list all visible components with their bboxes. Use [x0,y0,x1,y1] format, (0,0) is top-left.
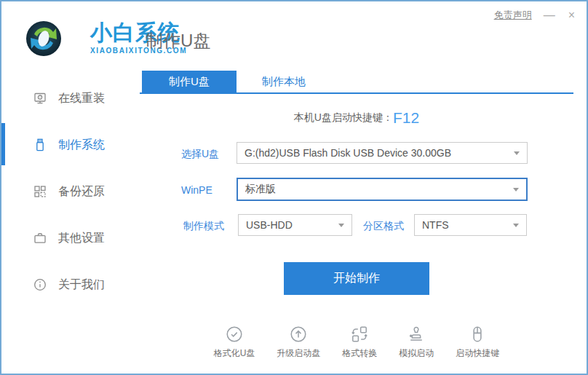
stamp-icon [407,325,426,344]
usb-select-label: 选择U盘 [181,148,219,161]
page-title: 制作U盘 [146,29,210,52]
tab-make-usb[interactable]: 制作U盘 [142,71,237,92]
boot-hotkey-label: 本机U盘启动快捷键： [294,111,393,123]
info-icon [33,278,47,291]
sidebar-item-label: 在线重装 [58,91,105,106]
usb-select[interactable]: G:(hd2)USB Flash Disk USB Device 30.00GB [237,142,528,164]
bottom-toolbar: 格式化U盘 升级启动盘 格式转换 [140,325,573,360]
sidebar-item-about-us[interactable]: 关于我们 [33,276,105,293]
sidebar-item-label: 关于我们 [58,277,105,293]
tool-label: 升级启动盘 [277,347,320,360]
chevron-down-icon [513,188,519,192]
briefcase-icon [33,232,47,245]
arrow-up-circle-icon [289,325,308,344]
tab-make-local[interactable]: 制作本地 [237,71,331,92]
window-controls: 免责声明 — × [494,9,576,22]
tool-boot-hotkey[interactable]: 启动快捷键 [456,325,499,360]
mouse-icon [468,325,487,344]
tool-simulate-boot[interactable]: 模拟启动 [399,325,434,360]
grid-restore-icon [33,185,47,198]
tool-label: 格式转换 [342,347,377,360]
tool-label: 启动快捷键 [456,347,499,360]
convert-icon [350,325,369,344]
tool-format-usb[interactable]: 格式化U盘 [214,325,255,360]
tab-bar: 制作U盘 制作本地 [140,71,573,94]
sidebar-item-label: 备份还原 [58,184,105,200]
partition-select[interactable]: NTFS [414,214,527,236]
winpe-select-label: WinPE [181,184,212,196]
tool-format-convert[interactable]: 格式转换 [342,325,377,360]
winpe-select[interactable]: 标准版 [237,178,528,201]
tool-upgrade-boot-disk[interactable]: 升级启动盘 [277,325,320,360]
start-make-button[interactable]: 开始制作 [284,262,429,295]
winpe-select-value: 标准版 [245,183,509,196]
monitor-icon [33,92,47,105]
chevron-down-icon [338,224,344,227]
sidebar-item-label: 制作系统 [58,138,105,153]
boot-hotkey-line: 本机U盘启动快捷键：F12 [140,109,573,127]
chevron-down-icon [513,224,519,227]
sidebar-active-indicator [1,123,5,165]
sidebar-item-online-reinstall[interactable]: 在线重装 [33,90,105,107]
boot-hotkey-value: F12 [393,109,419,126]
mode-select[interactable]: USB-HDD [238,214,352,236]
tool-label: 模拟启动 [399,347,434,360]
usb-select-value: G:(hd2)USB Flash Disk USB Device 30.00GB [245,147,509,159]
partition-select-value: NTFS [422,219,509,231]
minimize-button[interactable]: — [542,9,557,21]
tool-label: 格式化U盘 [214,347,255,360]
sidebar-item-label: 其他设置 [58,231,105,246]
mode-select-label: 制作模式 [183,220,224,233]
app-window: 小白系统 XIAOBAIXITONG.COM 制作U盘 免责声明 — × 在线重… [0,0,588,375]
sidebar-item-other-settings[interactable]: 其他设置 [33,229,105,247]
usb-drive-icon [33,138,47,151]
disclaimer-link[interactable]: 免责声明 [494,9,532,22]
sidebar-item-make-system[interactable]: 制作系统 [33,136,105,154]
partition-select-label: 分区格式 [363,220,404,233]
chevron-down-icon [514,151,520,155]
check-circle-icon [225,325,244,344]
sidebar-item-backup-restore[interactable]: 备份还原 [33,183,105,200]
close-button[interactable]: × [567,9,576,21]
mode-select-value: USB-HDD [246,219,334,231]
app-logo-icon [25,20,62,58]
